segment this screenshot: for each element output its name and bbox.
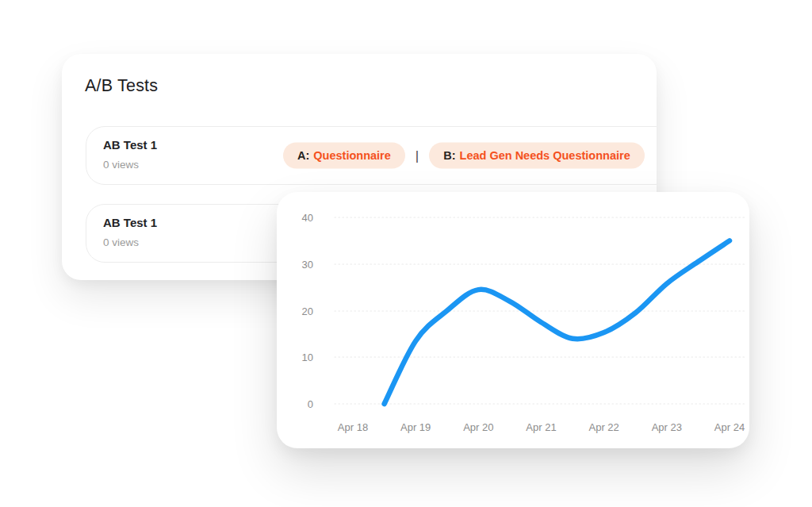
- x-tick-apr18: Apr 18: [338, 421, 368, 433]
- x-tick-apr23: Apr 23: [652, 421, 682, 433]
- page-title: A/B Tests: [85, 76, 158, 96]
- x-tick-apr24: Apr 24: [714, 421, 745, 433]
- variant-b-value: Lead Gen Needs Questionnaire: [460, 149, 630, 162]
- x-tick-apr19: Apr 19: [400, 421, 431, 433]
- views-chart-card: 40 30 20 10 0 Apr 18 Apr 19 Apr 20 Apr 2…: [277, 192, 749, 448]
- ab-test-row-1[interactable]: AB Test 1 0 views A:Questionnaire | B:Le…: [86, 126, 657, 185]
- variant-b-label: B:: [443, 149, 455, 162]
- x-tick-apr21: Apr 21: [526, 421, 556, 433]
- variant-a-badge[interactable]: A:Questionnaire: [283, 143, 405, 169]
- y-tick-30: 30: [302, 259, 313, 271]
- test-views-count: 0 views: [103, 159, 139, 171]
- x-tick-apr20: Apr 20: [463, 421, 493, 433]
- variant-a-value: Questionnaire: [313, 149, 391, 162]
- test-name: AB Test 1: [103, 216, 157, 229]
- variant-b-badge[interactable]: B:Lead Gen Needs Questionnaire: [429, 143, 644, 169]
- variant-a-label: A:: [297, 149, 309, 162]
- y-tick-20: 20: [302, 305, 313, 317]
- test-views-count: 0 views: [103, 236, 139, 248]
- line-chart: 40 30 20 10 0 Apr 18 Apr 19 Apr 20 Apr 2…: [277, 192, 749, 448]
- y-tick-40: 40: [302, 212, 313, 224]
- y-tick-10: 10: [302, 351, 313, 363]
- variant-badges: A:Questionnaire | B:Lead Gen Needs Quest…: [283, 143, 645, 169]
- badge-separator: |: [416, 148, 419, 163]
- test-name: AB Test 1: [103, 138, 157, 152]
- chart-line-series: [385, 240, 730, 404]
- x-tick-apr22: Apr 22: [589, 421, 619, 433]
- y-tick-0: 0: [308, 398, 313, 410]
- page-background: A/B Tests AB Test 1 0 views A:Questionna…: [0, 0, 812, 507]
